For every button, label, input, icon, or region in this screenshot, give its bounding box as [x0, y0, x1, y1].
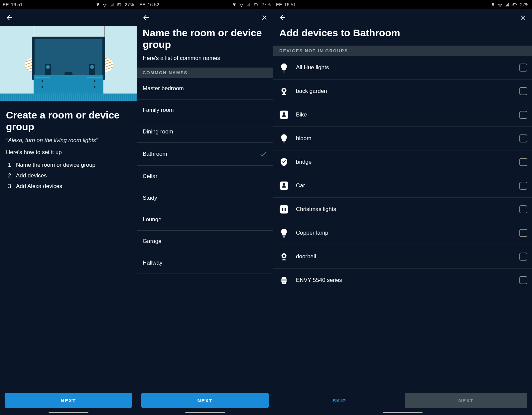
bulb-icon [278, 132, 290, 144]
device-checkbox[interactable] [519, 87, 527, 95]
room-name-label: Master bedroom [143, 85, 267, 92]
device-checkbox[interactable] [519, 158, 527, 166]
room-name-option[interactable]: Garage [137, 231, 273, 252]
next-button[interactable]: NEXT [141, 393, 269, 408]
device-row[interactable]: All Hue lights [273, 56, 532, 80]
device-row[interactable]: Car [273, 174, 532, 198]
steps-list: Name the room or device group Add device… [6, 160, 131, 192]
signal-icon [246, 2, 251, 7]
location-icon [232, 2, 237, 7]
gesture-handle[interactable] [137, 409, 273, 415]
signal-icon [505, 2, 509, 7]
screen-create-group: EE 16:51 27% ♪♫ Crea [0, 0, 137, 415]
clock: 16:52 [148, 2, 159, 7]
device-row[interactable]: back garden [273, 80, 532, 103]
next-button[interactable]: NEXT [405, 393, 527, 408]
battery-icon [253, 2, 259, 7]
back-icon[interactable] [279, 14, 287, 22]
device-checkbox[interactable] [519, 276, 527, 284]
carrier-label: EE [276, 2, 282, 7]
page-subtitle: Here's a list of common names [143, 55, 267, 62]
device-label: bloom [296, 135, 513, 142]
device-checkbox[interactable] [519, 134, 527, 142]
room-name-option[interactable]: Family room [137, 100, 273, 121]
room-name-option[interactable]: Study [137, 187, 273, 209]
room-name-option[interactable]: Cellar [137, 166, 273, 187]
close-icon[interactable] [519, 14, 527, 21]
location-icon [491, 2, 495, 7]
step-item: Add devices [6, 170, 131, 181]
device-row[interactable]: Copper lamp [273, 221, 532, 245]
gesture-handle[interactable] [0, 409, 137, 415]
close-icon[interactable] [261, 14, 268, 21]
section-header: DEVICES NOT IN GROUPS [273, 46, 532, 56]
battery-pct: 27% [125, 2, 134, 7]
next-button[interactable]: NEXT [5, 393, 132, 408]
step-item: Add Alexa devices [6, 181, 131, 192]
tile-icon [278, 180, 290, 192]
room-name-option[interactable]: Lounge [137, 209, 273, 231]
back-icon[interactable] [142, 14, 150, 22]
room-name-label: Cellar [143, 173, 267, 180]
device-checkbox[interactable] [519, 182, 527, 190]
step-item: Name the room or device group [6, 160, 131, 170]
device-label: Bike [296, 111, 513, 118]
shield-icon [278, 156, 290, 168]
back-icon[interactable] [5, 14, 13, 22]
content-area: Add devices to Bathroom DEVICES NOT IN G… [273, 26, 532, 388]
screen-add-devices: EE 16:51 27% Add devices to Bathroom DEV… [273, 0, 532, 415]
bottom-bar: SKIP NEXT [273, 388, 532, 409]
device-row[interactable]: bloom [273, 127, 532, 150]
skip-button[interactable]: SKIP [278, 393, 401, 408]
device-checkbox[interactable] [519, 229, 527, 237]
battery-pct: 27% [520, 2, 529, 7]
device-label: Copper lamp [296, 230, 513, 236]
room-name-label: Lounge [143, 216, 267, 223]
example-quote: "Alexa, turn on the living room lights" [6, 137, 131, 144]
room-name-option[interactable]: Hallway [137, 252, 273, 274]
device-label: doorbell [296, 253, 513, 260]
device-row[interactable]: bridge [273, 150, 532, 174]
signal-icon [109, 2, 114, 7]
room-name-label: Hallway [143, 260, 267, 266]
clock: 16:51 [284, 2, 296, 7]
content-area: ♪♫ Create a room or device group "Alexa,… [0, 26, 137, 388]
device-label: back garden [296, 88, 513, 95]
device-label: bridge [296, 159, 513, 165]
devices-list: All Hue lightsback gardenBikebloombridge… [273, 56, 532, 292]
status-bar: EE 16:51 27% [0, 0, 137, 9]
room-name-option[interactable]: Master bedroom [137, 78, 273, 100]
bottom-bar: NEXT [0, 388, 137, 409]
room-name-option[interactable]: Bathroom [137, 143, 273, 166]
device-label: Car [296, 182, 513, 189]
wifi-icon [497, 2, 503, 7]
device-row[interactable]: doorbell [273, 245, 532, 269]
device-row[interactable]: Christmas lights [273, 198, 532, 221]
device-row[interactable]: ENVY 5540 series [273, 269, 532, 292]
wifi-icon [239, 2, 244, 7]
page-title: Name the room or device group [143, 27, 267, 50]
gesture-handle[interactable] [273, 409, 532, 415]
device-checkbox[interactable] [519, 205, 527, 213]
content-area: Name the room or device group Here's a l… [137, 26, 273, 388]
carrier-label: EE [3, 2, 9, 7]
room-name-option[interactable]: Dining room [137, 121, 273, 143]
names-list: Master bedroomFamily roomDining roomBath… [137, 78, 273, 274]
clock: 16:51 [11, 2, 23, 7]
device-checkbox[interactable] [519, 253, 527, 261]
nav-bar [0, 9, 137, 26]
camera-icon [278, 85, 290, 97]
device-checkbox[interactable] [519, 111, 527, 119]
hero-illustration: ♪♫ [0, 26, 137, 101]
nav-bar [273, 9, 532, 26]
bottom-bar: NEXT [137, 388, 273, 409]
battery-icon [511, 2, 518, 7]
plug-icon [278, 203, 290, 215]
carrier-label: EE [139, 2, 146, 7]
room-name-label: Family room [143, 107, 267, 113]
page-title: Add devices to Bathroom [279, 27, 526, 39]
device-checkbox[interactable] [519, 64, 527, 72]
bulb-icon [278, 62, 290, 74]
device-row[interactable]: Bike [273, 103, 532, 127]
tile-icon [278, 109, 290, 121]
